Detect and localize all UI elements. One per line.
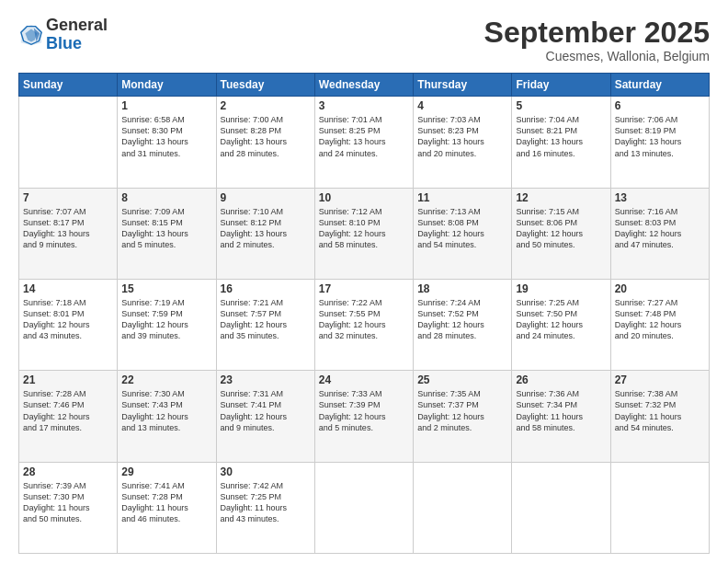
calendar-cell: 29Sunrise: 7:41 AM Sunset: 7:28 PM Dayli… bbox=[118, 462, 216, 553]
day-number: 17 bbox=[319, 282, 409, 295]
calendar-cell: 11Sunrise: 7:13 AM Sunset: 8:08 PM Dayli… bbox=[414, 188, 512, 279]
day-number: 9 bbox=[221, 191, 311, 204]
col-wednesday: Wednesday bbox=[314, 74, 413, 97]
calendar-cell: 30Sunrise: 7:42 AM Sunset: 7:25 PM Dayli… bbox=[216, 462, 314, 553]
calendar-cell: 9Sunrise: 7:10 AM Sunset: 8:12 PM Daylig… bbox=[216, 188, 314, 279]
logo-general: General bbox=[46, 17, 108, 35]
day-info: Sunrise: 7:18 AM Sunset: 8:01 PM Dayligh… bbox=[23, 297, 113, 342]
day-info: Sunrise: 7:03 AM Sunset: 8:23 PM Dayligh… bbox=[417, 114, 507, 159]
calendar-cell bbox=[414, 462, 512, 553]
day-info: Sunrise: 7:31 AM Sunset: 7:41 PM Dayligh… bbox=[221, 388, 311, 433]
calendar-week-row: 7Sunrise: 7:07 AM Sunset: 8:17 PM Daylig… bbox=[19, 188, 710, 279]
calendar-cell: 22Sunrise: 7:30 AM Sunset: 7:43 PM Dayli… bbox=[118, 371, 216, 462]
day-number: 18 bbox=[417, 282, 507, 295]
day-number: 20 bbox=[615, 282, 705, 295]
day-info: Sunrise: 7:27 AM Sunset: 7:48 PM Dayligh… bbox=[615, 297, 705, 342]
logo-icon bbox=[18, 22, 44, 48]
day-info: Sunrise: 7:15 AM Sunset: 8:06 PM Dayligh… bbox=[516, 206, 606, 251]
calendar-cell: 24Sunrise: 7:33 AM Sunset: 7:39 PM Dayli… bbox=[314, 371, 413, 462]
day-info: Sunrise: 7:28 AM Sunset: 7:46 PM Dayligh… bbox=[23, 388, 113, 433]
col-saturday: Saturday bbox=[610, 74, 709, 97]
weekday-header-row: Sunday Monday Tuesday Wednesday Thursday… bbox=[19, 74, 710, 97]
day-number: 8 bbox=[121, 191, 211, 204]
title-block: September 2025 Cuesmes, Wallonia, Belgiu… bbox=[484, 17, 710, 63]
calendar-week-row: 14Sunrise: 7:18 AM Sunset: 8:01 PM Dayli… bbox=[19, 279, 710, 370]
day-info: Sunrise: 7:07 AM Sunset: 8:17 PM Dayligh… bbox=[23, 206, 113, 251]
calendar-week-row: 21Sunrise: 7:28 AM Sunset: 7:46 PM Dayli… bbox=[19, 371, 710, 462]
calendar-cell: 1Sunrise: 6:58 AM Sunset: 8:30 PM Daylig… bbox=[118, 97, 216, 188]
calendar-cell: 10Sunrise: 7:12 AM Sunset: 8:10 PM Dayli… bbox=[314, 188, 413, 279]
day-number: 27 bbox=[615, 373, 705, 386]
day-number: 24 bbox=[319, 373, 409, 386]
calendar-cell: 27Sunrise: 7:38 AM Sunset: 7:32 PM Dayli… bbox=[610, 371, 709, 462]
day-number: 2 bbox=[221, 99, 311, 112]
day-number: 19 bbox=[516, 282, 606, 295]
calendar-header: Sunday Monday Tuesday Wednesday Thursday… bbox=[19, 74, 710, 97]
day-info: Sunrise: 7:16 AM Sunset: 8:03 PM Dayligh… bbox=[615, 206, 705, 251]
calendar-cell bbox=[512, 462, 610, 553]
logo-blue: Blue bbox=[46, 35, 108, 53]
day-info: Sunrise: 7:00 AM Sunset: 8:28 PM Dayligh… bbox=[221, 114, 311, 159]
calendar-cell bbox=[19, 97, 118, 188]
day-number: 21 bbox=[23, 373, 113, 386]
day-info: Sunrise: 7:13 AM Sunset: 8:08 PM Dayligh… bbox=[417, 206, 507, 251]
calendar-cell: 20Sunrise: 7:27 AM Sunset: 7:48 PM Dayli… bbox=[610, 279, 709, 370]
day-number: 5 bbox=[516, 99, 606, 112]
day-info: Sunrise: 7:36 AM Sunset: 7:34 PM Dayligh… bbox=[516, 388, 606, 433]
day-info: Sunrise: 7:19 AM Sunset: 7:59 PM Dayligh… bbox=[121, 297, 211, 342]
calendar-cell: 4Sunrise: 7:03 AM Sunset: 8:23 PM Daylig… bbox=[414, 97, 512, 188]
day-info: Sunrise: 7:42 AM Sunset: 7:25 PM Dayligh… bbox=[221, 480, 311, 525]
col-friday: Friday bbox=[512, 74, 610, 97]
calendar-cell: 15Sunrise: 7:19 AM Sunset: 7:59 PM Dayli… bbox=[118, 279, 216, 370]
calendar-cell: 28Sunrise: 7:39 AM Sunset: 7:30 PM Dayli… bbox=[19, 462, 118, 553]
location-subtitle: Cuesmes, Wallonia, Belgium bbox=[484, 49, 710, 63]
calendar-table: Sunday Monday Tuesday Wednesday Thursday… bbox=[18, 73, 710, 554]
day-info: Sunrise: 7:39 AM Sunset: 7:30 PM Dayligh… bbox=[23, 480, 113, 525]
day-number: 13 bbox=[615, 191, 705, 204]
calendar-cell bbox=[610, 462, 709, 553]
day-number: 15 bbox=[121, 282, 211, 295]
page-header: General Blue September 2025 Cuesmes, Wal… bbox=[18, 17, 710, 63]
day-info: Sunrise: 6:58 AM Sunset: 8:30 PM Dayligh… bbox=[121, 114, 211, 159]
day-number: 12 bbox=[516, 191, 606, 204]
day-number: 28 bbox=[23, 465, 113, 478]
day-info: Sunrise: 7:04 AM Sunset: 8:21 PM Dayligh… bbox=[516, 114, 606, 159]
calendar-body: 1Sunrise: 6:58 AM Sunset: 8:30 PM Daylig… bbox=[19, 97, 710, 554]
calendar-week-row: 28Sunrise: 7:39 AM Sunset: 7:30 PM Dayli… bbox=[19, 462, 710, 553]
col-tuesday: Tuesday bbox=[216, 74, 314, 97]
day-number: 29 bbox=[121, 465, 211, 478]
calendar-week-row: 1Sunrise: 6:58 AM Sunset: 8:30 PM Daylig… bbox=[19, 97, 710, 188]
calendar-cell: 26Sunrise: 7:36 AM Sunset: 7:34 PM Dayli… bbox=[512, 371, 610, 462]
day-number: 11 bbox=[417, 191, 507, 204]
logo-text: General Blue bbox=[46, 17, 108, 53]
calendar-cell: 14Sunrise: 7:18 AM Sunset: 8:01 PM Dayli… bbox=[19, 279, 118, 370]
calendar-cell bbox=[314, 462, 413, 553]
calendar-cell: 13Sunrise: 7:16 AM Sunset: 8:03 PM Dayli… bbox=[610, 188, 709, 279]
calendar-cell: 16Sunrise: 7:21 AM Sunset: 7:57 PM Dayli… bbox=[216, 279, 314, 370]
day-info: Sunrise: 7:22 AM Sunset: 7:55 PM Dayligh… bbox=[319, 297, 409, 342]
day-number: 26 bbox=[516, 373, 606, 386]
day-number: 4 bbox=[417, 99, 507, 112]
day-number: 25 bbox=[417, 373, 507, 386]
day-info: Sunrise: 7:30 AM Sunset: 7:43 PM Dayligh… bbox=[121, 388, 211, 433]
calendar-cell: 3Sunrise: 7:01 AM Sunset: 8:25 PM Daylig… bbox=[314, 97, 413, 188]
day-info: Sunrise: 7:33 AM Sunset: 7:39 PM Dayligh… bbox=[319, 388, 409, 433]
calendar-cell: 2Sunrise: 7:00 AM Sunset: 8:28 PM Daylig… bbox=[216, 97, 314, 188]
calendar-cell: 25Sunrise: 7:35 AM Sunset: 7:37 PM Dayli… bbox=[414, 371, 512, 462]
day-info: Sunrise: 7:41 AM Sunset: 7:28 PM Dayligh… bbox=[121, 480, 211, 525]
calendar-cell: 5Sunrise: 7:04 AM Sunset: 8:21 PM Daylig… bbox=[512, 97, 610, 188]
calendar-cell: 12Sunrise: 7:15 AM Sunset: 8:06 PM Dayli… bbox=[512, 188, 610, 279]
day-info: Sunrise: 7:01 AM Sunset: 8:25 PM Dayligh… bbox=[319, 114, 409, 159]
day-number: 14 bbox=[23, 282, 113, 295]
day-info: Sunrise: 7:06 AM Sunset: 8:19 PM Dayligh… bbox=[615, 114, 705, 159]
day-number: 30 bbox=[221, 465, 311, 478]
day-info: Sunrise: 7:25 AM Sunset: 7:50 PM Dayligh… bbox=[516, 297, 606, 342]
day-number: 6 bbox=[615, 99, 705, 112]
calendar-cell: 17Sunrise: 7:22 AM Sunset: 7:55 PM Dayli… bbox=[314, 279, 413, 370]
day-number: 10 bbox=[319, 191, 409, 204]
day-number: 22 bbox=[121, 373, 211, 386]
col-monday: Monday bbox=[118, 74, 216, 97]
calendar-cell: 23Sunrise: 7:31 AM Sunset: 7:41 PM Dayli… bbox=[216, 371, 314, 462]
calendar-cell: 18Sunrise: 7:24 AM Sunset: 7:52 PM Dayli… bbox=[414, 279, 512, 370]
calendar-cell: 7Sunrise: 7:07 AM Sunset: 8:17 PM Daylig… bbox=[19, 188, 118, 279]
